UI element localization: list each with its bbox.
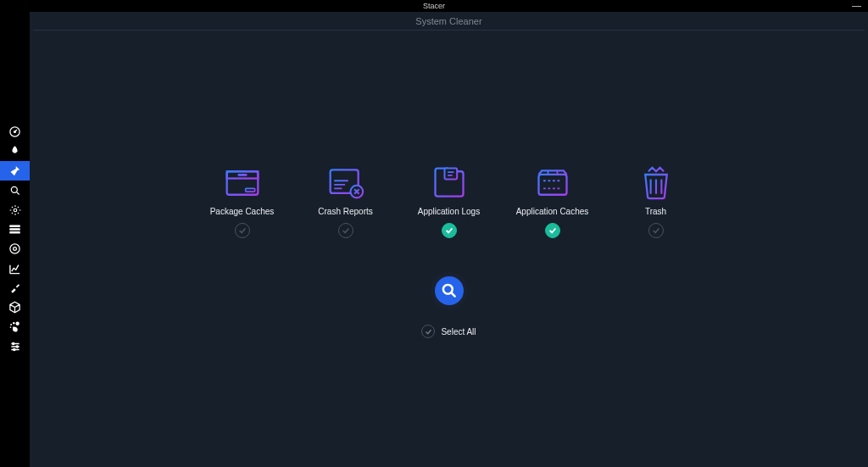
sidebar-item-system-cleaner[interactable] [0,161,30,181]
svg-rect-4 [9,225,20,228]
chart-icon [8,263,21,275]
svg-point-1 [14,131,16,133]
svg-rect-22 [444,169,457,180]
category-label: Application Caches [516,207,589,216]
svg-point-15 [13,348,14,350]
svg-point-12 [10,326,12,328]
sidebar-item-resources[interactable] [0,259,30,278]
svg-point-3 [14,208,17,212]
main-panel: System Cleaner Package Caches [30,12,868,467]
category-crash-reports: Crash Reports [309,166,382,238]
category-checkbox[interactable] [648,223,664,238]
foot-icon [8,320,21,333]
category-label: Crash Reports [318,207,372,216]
select-all-toggle[interactable]: Select All [421,325,476,338]
window-title: Stacer [423,2,445,10]
sidebar-item-startup-apps[interactable] [0,142,30,161]
category-checkbox[interactable] [235,223,250,238]
category-package-caches: Package Caches [206,166,279,238]
cleaner-categories: Package Caches [206,166,693,238]
sliders-icon [9,341,21,353]
category-application-caches: Application Caches [516,166,589,238]
category-checkbox[interactable] [338,223,353,238]
sidebar-item-dashboard[interactable] [0,122,30,142]
magnifier-icon [441,282,458,299]
sidebar-item-search[interactable] [0,181,30,200]
broom-icon [8,164,21,177]
svg-point-2 [11,186,17,192]
svg-rect-5 [9,228,20,231]
package-icon [8,301,21,314]
svg-point-7 [10,244,19,253]
category-label: Application Logs [418,207,480,216]
trash-icon [637,166,676,200]
sidebar-item-gnome-settings[interactable] [0,317,30,336]
disc-icon [8,242,21,255]
svg-rect-18 [237,174,247,176]
gauge-icon [8,125,21,138]
svg-point-11 [10,324,12,325]
category-checkbox[interactable] [442,223,457,238]
crash-reports-icon [326,166,365,200]
svg-point-14 [16,345,18,347]
category-label: Package Caches [210,207,275,216]
window-titlebar: Stacer — [0,0,868,12]
application-logs-icon [430,166,469,200]
window-minimize-button[interactable]: — [852,1,861,10]
sidebar-item-services[interactable] [0,200,30,220]
sidebar-item-helpers[interactable] [0,278,30,297]
scan-button[interactable] [431,272,468,309]
tools-icon [8,281,21,294]
sidebar-item-processes[interactable] [0,220,30,239]
select-all-label: Select All [441,327,476,336]
sidebar [0,12,30,467]
page-title: System Cleaner [33,12,865,31]
category-checkbox[interactable] [545,223,560,238]
svg-rect-19 [245,188,254,192]
application-caches-icon [533,166,572,200]
category-trash: Trash [620,166,693,238]
select-all-checkbox[interactable] [421,325,435,338]
svg-point-10 [13,322,15,325]
magnifier-icon [9,185,21,197]
svg-point-13 [12,342,14,344]
category-label: Trash [645,207,666,216]
package-caches-icon [223,166,262,200]
rocket-icon [8,145,21,158]
svg-point-8 [14,247,17,251]
sidebar-item-settings[interactable] [0,336,30,356]
cleaner-area: Package Caches [30,31,868,467]
sidebar-item-apt-repos[interactable] [0,297,30,317]
category-application-logs: Application Logs [413,166,486,238]
svg-rect-23 [538,175,566,195]
svg-rect-6 [9,231,20,234]
sidebar-item-uninstaller[interactable] [0,239,30,259]
svg-point-9 [15,322,19,325]
stack-icon [8,224,21,235]
gear-icon [9,204,21,216]
